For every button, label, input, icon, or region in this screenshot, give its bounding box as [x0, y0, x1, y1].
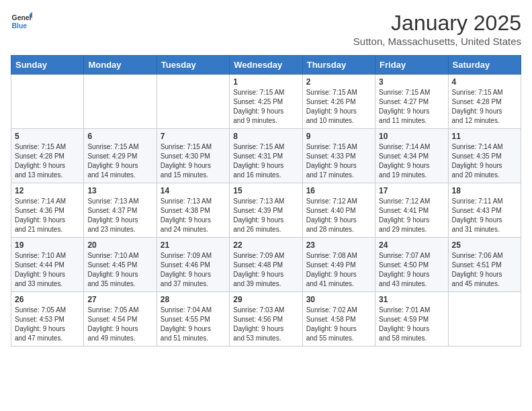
- day-number: 13: [87, 186, 152, 195]
- day-info: Sunrise: 7:12 AM Sunset: 4:41 PM Dayligh…: [379, 197, 444, 234]
- day-info: Sunrise: 7:15 AM Sunset: 4:31 PM Dayligh…: [233, 142, 298, 180]
- day-number: 31: [379, 295, 444, 304]
- weekday-header-row: SundayMondayTuesdayWednesdayThursdayFrid…: [11, 56, 521, 75]
- day-info: Sunrise: 7:07 AM Sunset: 4:50 PM Dayligh…: [379, 251, 444, 289]
- day-info: Sunrise: 7:04 AM Sunset: 4:55 PM Dayligh…: [161, 306, 226, 343]
- month-title: January 2025: [353, 11, 521, 36]
- calendar-cell: 8Sunrise: 7:15 AM Sunset: 4:31 PM Daylig…: [230, 129, 302, 183]
- day-number: 21: [161, 240, 226, 250]
- calendar-cell: [84, 75, 157, 129]
- day-number: 28: [161, 295, 226, 304]
- day-info: Sunrise: 7:13 AM Sunset: 4:37 PM Dayligh…: [87, 197, 152, 234]
- calendar-cell: 14Sunrise: 7:13 AM Sunset: 4:38 PM Dayli…: [157, 183, 229, 238]
- calendar-cell: 27Sunrise: 7:05 AM Sunset: 4:54 PM Dayli…: [84, 292, 157, 347]
- weekday-header: Thursday: [302, 56, 375, 75]
- title-block: January 2025 Sutton, Massachusetts, Unit…: [353, 11, 521, 47]
- calendar-cell: 22Sunrise: 7:09 AM Sunset: 4:48 PM Dayli…: [230, 238, 302, 292]
- day-info: Sunrise: 7:10 AM Sunset: 4:44 PM Dayligh…: [15, 251, 80, 289]
- day-info: Sunrise: 7:05 AM Sunset: 4:53 PM Dayligh…: [15, 306, 80, 343]
- day-info: Sunrise: 7:02 AM Sunset: 4:58 PM Dayligh…: [306, 306, 371, 343]
- calendar-week-row: 19Sunrise: 7:10 AM Sunset: 4:44 PM Dayli…: [11, 238, 521, 292]
- day-number: 24: [379, 240, 444, 250]
- day-info: Sunrise: 7:15 AM Sunset: 4:28 PM Dayligh…: [15, 142, 80, 180]
- logo: General Blue: [11, 11, 32, 32]
- day-number: 23: [306, 240, 371, 250]
- day-info: Sunrise: 7:09 AM Sunset: 4:46 PM Dayligh…: [161, 251, 226, 289]
- day-info: Sunrise: 7:15 AM Sunset: 4:33 PM Dayligh…: [306, 142, 371, 180]
- location: Sutton, Massachusetts, United States: [353, 36, 521, 47]
- calendar-week-row: 12Sunrise: 7:14 AM Sunset: 4:36 PM Dayli…: [11, 183, 521, 238]
- day-number: 4: [452, 77, 517, 87]
- calendar-cell: 6Sunrise: 7:15 AM Sunset: 4:29 PM Daylig…: [84, 129, 157, 183]
- calendar-cell: 3Sunrise: 7:15 AM Sunset: 4:27 PM Daylig…: [375, 75, 448, 129]
- day-info: Sunrise: 7:14 AM Sunset: 4:34 PM Dayligh…: [379, 142, 444, 180]
- weekday-header: Saturday: [448, 56, 521, 75]
- day-info: Sunrise: 7:08 AM Sunset: 4:49 PM Dayligh…: [306, 251, 371, 289]
- logo-icon: General Blue: [11, 11, 32, 32]
- day-info: Sunrise: 7:15 AM Sunset: 4:30 PM Dayligh…: [161, 142, 226, 180]
- svg-text:General: General: [12, 14, 32, 21]
- day-number: 22: [233, 240, 298, 250]
- calendar-cell: [448, 292, 521, 347]
- weekday-header: Monday: [84, 56, 157, 75]
- day-info: Sunrise: 7:03 AM Sunset: 4:56 PM Dayligh…: [233, 306, 298, 343]
- day-number: 6: [87, 132, 152, 141]
- day-number: 17: [379, 186, 444, 195]
- weekday-header: Tuesday: [157, 56, 229, 75]
- day-info: Sunrise: 7:15 AM Sunset: 4:25 PM Dayligh…: [233, 88, 298, 126]
- calendar-cell: 1Sunrise: 7:15 AM Sunset: 4:25 PM Daylig…: [230, 75, 302, 129]
- calendar-cell: 9Sunrise: 7:15 AM Sunset: 4:33 PM Daylig…: [302, 129, 375, 183]
- day-number: 7: [161, 132, 226, 141]
- day-number: 29: [233, 295, 298, 304]
- weekday-header: Friday: [375, 56, 448, 75]
- calendar-cell: 5Sunrise: 7:15 AM Sunset: 4:28 PM Daylig…: [11, 129, 84, 183]
- calendar-cell: [157, 75, 229, 129]
- day-info: Sunrise: 7:09 AM Sunset: 4:48 PM Dayligh…: [233, 251, 298, 289]
- calendar-cell: 19Sunrise: 7:10 AM Sunset: 4:44 PM Dayli…: [11, 238, 84, 292]
- calendar-cell: 4Sunrise: 7:15 AM Sunset: 4:28 PM Daylig…: [448, 75, 521, 129]
- day-info: Sunrise: 7:12 AM Sunset: 4:40 PM Dayligh…: [306, 197, 371, 234]
- weekday-header: Sunday: [11, 56, 84, 75]
- day-number: 12: [15, 186, 80, 195]
- calendar-cell: 23Sunrise: 7:08 AM Sunset: 4:49 PM Dayli…: [302, 238, 375, 292]
- day-number: 1: [233, 77, 298, 87]
- calendar-cell: 10Sunrise: 7:14 AM Sunset: 4:34 PM Dayli…: [375, 129, 448, 183]
- calendar-cell: 13Sunrise: 7:13 AM Sunset: 4:37 PM Dayli…: [84, 183, 157, 238]
- day-number: 11: [452, 132, 517, 141]
- day-number: 30: [306, 295, 371, 304]
- day-info: Sunrise: 7:15 AM Sunset: 4:27 PM Dayligh…: [379, 88, 444, 126]
- day-number: 10: [379, 132, 444, 141]
- day-number: 5: [15, 132, 80, 141]
- calendar-cell: 17Sunrise: 7:12 AM Sunset: 4:41 PM Dayli…: [375, 183, 448, 238]
- day-number: 25: [452, 240, 517, 250]
- calendar-cell: 29Sunrise: 7:03 AM Sunset: 4:56 PM Dayli…: [230, 292, 302, 347]
- page-header: General Blue January 2025 Sutton, Massac…: [11, 11, 521, 47]
- calendar-cell: [11, 75, 84, 129]
- calendar-cell: 26Sunrise: 7:05 AM Sunset: 4:53 PM Dayli…: [11, 292, 84, 347]
- day-number: 15: [233, 186, 298, 195]
- day-number: 27: [87, 295, 152, 304]
- calendar-cell: 28Sunrise: 7:04 AM Sunset: 4:55 PM Dayli…: [157, 292, 229, 347]
- day-number: 19: [15, 240, 80, 250]
- day-info: Sunrise: 7:14 AM Sunset: 4:36 PM Dayligh…: [15, 197, 80, 234]
- calendar-cell: 15Sunrise: 7:13 AM Sunset: 4:39 PM Dayli…: [230, 183, 302, 238]
- calendar-cell: 7Sunrise: 7:15 AM Sunset: 4:30 PM Daylig…: [157, 129, 229, 183]
- day-number: 16: [306, 186, 371, 195]
- day-number: 2: [306, 77, 371, 87]
- calendar-cell: 12Sunrise: 7:14 AM Sunset: 4:36 PM Dayli…: [11, 183, 84, 238]
- calendar-week-row: 5Sunrise: 7:15 AM Sunset: 4:28 PM Daylig…: [11, 129, 521, 183]
- day-info: Sunrise: 7:15 AM Sunset: 4:28 PM Dayligh…: [452, 88, 517, 126]
- calendar-cell: 20Sunrise: 7:10 AM Sunset: 4:45 PM Dayli…: [84, 238, 157, 292]
- day-info: Sunrise: 7:15 AM Sunset: 4:29 PM Dayligh…: [87, 142, 152, 180]
- day-info: Sunrise: 7:14 AM Sunset: 4:35 PM Dayligh…: [452, 142, 517, 180]
- weekday-header: Wednesday: [230, 56, 302, 75]
- day-number: 9: [306, 132, 371, 141]
- day-number: 20: [87, 240, 152, 250]
- day-info: Sunrise: 7:01 AM Sunset: 4:59 PM Dayligh…: [379, 306, 444, 343]
- day-info: Sunrise: 7:05 AM Sunset: 4:54 PM Dayligh…: [87, 306, 152, 343]
- calendar-week-row: 26Sunrise: 7:05 AM Sunset: 4:53 PM Dayli…: [11, 292, 521, 347]
- calendar-cell: 30Sunrise: 7:02 AM Sunset: 4:58 PM Dayli…: [302, 292, 375, 347]
- calendar-cell: 24Sunrise: 7:07 AM Sunset: 4:50 PM Dayli…: [375, 238, 448, 292]
- day-number: 14: [161, 186, 226, 195]
- day-info: Sunrise: 7:10 AM Sunset: 4:45 PM Dayligh…: [87, 251, 152, 289]
